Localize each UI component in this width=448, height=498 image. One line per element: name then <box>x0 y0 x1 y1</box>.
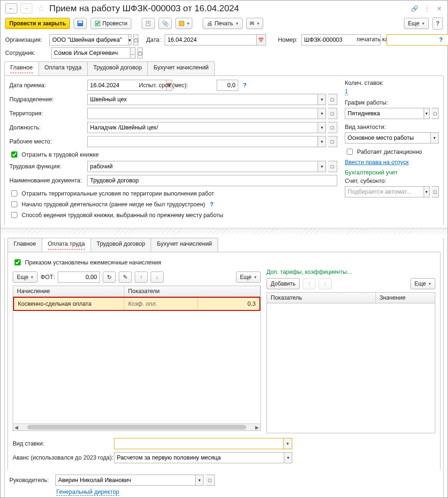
manager-input[interactable] <box>55 475 195 486</box>
help-button[interactable]: ? <box>433 17 443 30</box>
close-icon[interactable]: ✕ <box>435 5 443 12</box>
manager-open-button[interactable]: ▢ <box>205 475 215 486</box>
schedule-dropdown-button[interactable]: ▾ <box>424 108 430 119</box>
docname-input[interactable] <box>87 175 337 186</box>
first-job-checkbox-label: Начало трудовой деятельности (ранее нигд… <box>22 201 205 208</box>
link-icon[interactable]: 🔗 <box>411 5 418 12</box>
move-up-button[interactable]: ↑ <box>135 272 148 283</box>
print-button[interactable]: 🖨 Печать▾ <box>203 18 242 29</box>
more-button[interactable]: Еще▾ <box>404 18 429 29</box>
workplace-open-button[interactable]: ▢ <box>328 136 337 147</box>
monthly-accruals-checkbox[interactable] <box>15 259 21 265</box>
dept-open-button[interactable]: ▢ <box>328 94 337 105</box>
accruals-row-selected[interactable]: Косвенно-сдельная оплата Коэф. опл. 0,3 <box>13 297 260 311</box>
org-label: Организация: <box>5 37 46 43</box>
trial-input[interactable] <box>217 80 238 91</box>
window-title: Прием на работу ШФЗК-000003 от 16.04.202… <box>49 3 408 14</box>
accruals-table: Начисление Показатели Косвенно-сдельная … <box>13 286 261 431</box>
position-open-button[interactable]: ▢ <box>328 122 337 133</box>
workbook-checkbox[interactable] <box>11 151 17 158</box>
schedule-open-button[interactable]: ▢ <box>432 108 439 119</box>
dept-input[interactable] <box>87 94 318 105</box>
tab2-main[interactable]: Главное <box>8 238 42 252</box>
right-move-up-button[interactable]: ↑ <box>303 278 316 289</box>
terr-cond-checkbox[interactable] <box>11 190 17 196</box>
dept-label: Подразделение: <box>9 96 84 103</box>
emp-type-dropdown-button[interactable]: ▾ <box>430 132 439 143</box>
advance-dropdown-button[interactable]: ▾ <box>284 452 292 463</box>
right-move-down-button[interactable]: ↓ <box>319 278 332 289</box>
org-open-button[interactable]: ▢ <box>133 34 138 45</box>
tab-acct[interactable]: Бухучет начислений <box>147 61 214 75</box>
monthly-accruals-label: Приказом установлены ежемесячные начисле… <box>25 259 161 266</box>
tab-pay[interactable]: Оплата труда <box>38 61 88 75</box>
workplace-dropdown-button[interactable]: ▾ <box>318 136 326 147</box>
tab-contract[interactable]: Трудовой договор <box>87 61 148 75</box>
org-input[interactable] <box>49 34 129 45</box>
kebab-menu-icon[interactable]: ⋮ <box>423 5 431 12</box>
dept-dropdown-button[interactable]: ▾ <box>318 94 326 105</box>
vacation-rights-link[interactable]: Ввести права на отпуск <box>345 159 409 166</box>
manager-position-link[interactable]: Генеральный директор <box>56 489 119 496</box>
workbook-method-checkbox[interactable] <box>11 212 17 218</box>
acct-open-button[interactable]: ▢ <box>432 186 439 197</box>
tab-main[interactable]: Главное <box>4 61 39 75</box>
fot-input[interactable] <box>58 272 100 283</box>
nav-back-button[interactable]: ← <box>5 3 17 14</box>
employee-open-button[interactable]: ▢ <box>137 47 143 59</box>
attach-button[interactable]: 📎 <box>159 18 172 29</box>
tab2-pay[interactable]: Оплата труда <box>42 238 91 252</box>
refresh-button[interactable]: ↻ <box>103 272 116 283</box>
position-dropdown-button[interactable]: ▾ <box>318 122 326 133</box>
trial-help-icon[interactable]: ? <box>243 82 247 89</box>
indicators-empty-area[interactable] <box>267 303 435 433</box>
accruals-th-name: Начисление <box>13 286 124 296</box>
edit-button[interactable]: ✎ <box>119 272 132 283</box>
date-input[interactable] <box>165 34 257 45</box>
favorite-star-icon[interactable]: ☆ <box>37 3 45 14</box>
territory-open-button[interactable]: ▢ <box>328 108 337 119</box>
employee-input[interactable] <box>51 47 130 59</box>
add-button[interactable]: Добавить <box>266 278 300 289</box>
function-dropdown-button[interactable]: ▾ <box>318 161 326 172</box>
save-button[interactable] <box>74 18 87 29</box>
function-open-button[interactable]: ▢ <box>328 161 337 172</box>
tariff-link[interactable]: Доп. тарифы, коэффициенты… <box>266 269 435 275</box>
remote-checkbox[interactable] <box>347 149 353 155</box>
first-job-help-icon[interactable]: ? <box>210 201 213 208</box>
date-calendar-button[interactable]: 📅 <box>257 34 266 45</box>
first-job-checkbox[interactable] <box>11 201 17 207</box>
left-more-button-2[interactable]: Еще▾ <box>236 272 261 283</box>
send-button[interactable]: ✉▾ <box>246 18 263 29</box>
acct-dropdown-button[interactable]: ▾ <box>424 186 430 197</box>
employee-pick-button[interactable]: … <box>130 47 136 59</box>
workplace-input[interactable] <box>87 136 318 147</box>
post-button[interactable]: Провести <box>91 18 131 29</box>
accruals-scrollbar[interactable]: ◀▶ <box>13 423 260 430</box>
stavok-link[interactable]: 1 <box>345 88 348 95</box>
tab2-contract[interactable]: Трудовой договор <box>91 238 152 252</box>
tab2-acct[interactable]: Бухучет начислений <box>151 238 218 252</box>
right-more-button[interactable]: Еще▾ <box>410 278 435 289</box>
rate-type-input[interactable] <box>114 438 284 449</box>
nav-forward-button[interactable]: → <box>20 3 32 14</box>
advance-input[interactable] <box>114 452 284 463</box>
print-as-help-icon[interactable]: ? <box>439 37 443 43</box>
position-input[interactable] <box>87 122 318 133</box>
post-and-close-button[interactable]: Провести и закрыть <box>5 18 70 29</box>
print-as-label: печатать как: <box>357 37 383 43</box>
function-input[interactable] <box>87 161 318 172</box>
accruals-empty-area[interactable] <box>13 311 260 423</box>
report-button[interactable] <box>142 18 155 29</box>
territory-input[interactable] <box>87 108 318 119</box>
org-dropdown-button[interactable]: ▾ <box>129 34 131 45</box>
schedule-input[interactable] <box>345 108 424 119</box>
structure-button[interactable]: ▾ <box>175 18 192 29</box>
rate-type-dropdown-button[interactable]: ▾ <box>284 438 292 449</box>
territory-dropdown-button[interactable]: ▾ <box>318 108 326 119</box>
emp-type-input[interactable] <box>345 132 430 143</box>
main-toolbar: Провести и закрыть Провести 📎 ▾ 🖨 Печать… <box>0 15 448 33</box>
left-more-button[interactable]: Еще▾ <box>13 272 38 283</box>
manager-dropdown-button[interactable]: ▾ <box>195 475 204 486</box>
move-down-button[interactable]: ↓ <box>151 272 164 283</box>
